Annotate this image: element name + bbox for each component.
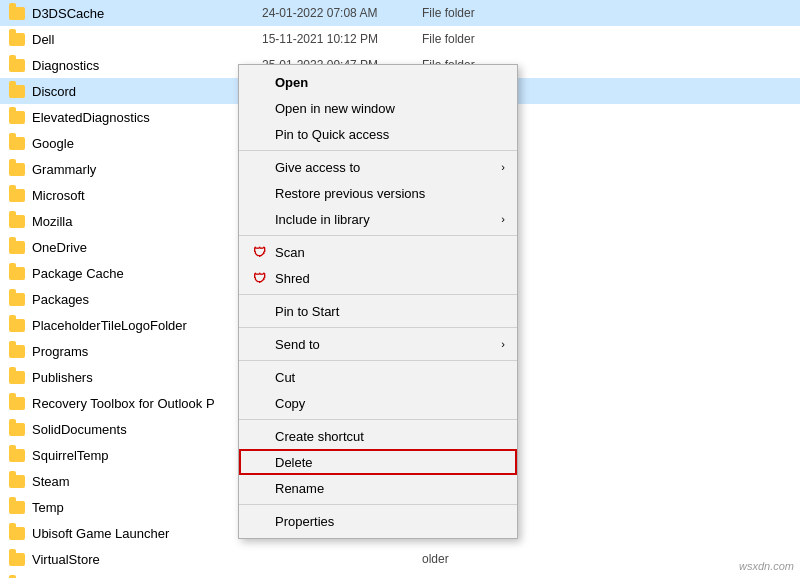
folder-icon xyxy=(8,524,26,542)
folder-icon xyxy=(8,212,26,230)
context-menu-item-cut[interactable]: Cut xyxy=(239,364,517,390)
file-name: PlaceholderTileLogoFolder xyxy=(32,318,262,333)
context-menu-label: Scan xyxy=(275,245,305,260)
context-menu-item-pin-to-quick-access[interactable]: Pin to Quick access xyxy=(239,121,517,147)
context-menu-label: Copy xyxy=(275,396,305,411)
folder-icon xyxy=(8,264,26,282)
context-menu-item-scan[interactable]: 🛡Scan xyxy=(239,239,517,265)
context-menu-item-create-shortcut[interactable]: Create shortcut xyxy=(239,423,517,449)
context-menu-separator xyxy=(239,419,517,420)
context-menu-item-include-in-library[interactable]: Include in library› xyxy=(239,206,517,232)
context-menu-item-shred[interactable]: 🛡Shred xyxy=(239,265,517,291)
folder-icon xyxy=(8,108,26,126)
context-menu-label: Restore previous versions xyxy=(275,186,425,201)
table-row[interactable]: WhatsAppolder xyxy=(0,572,800,578)
file-name: Dell xyxy=(32,32,262,47)
file-name: OneDrive xyxy=(32,240,262,255)
context-menu-item-open[interactable]: Open xyxy=(239,69,517,95)
file-name: Mozilla xyxy=(32,214,262,229)
context-menu-label: Include in library xyxy=(275,212,370,227)
context-menu-label: Give access to xyxy=(275,160,360,175)
file-name: Package Cache xyxy=(32,266,262,281)
context-menu-label: Properties xyxy=(275,514,334,529)
folder-icon xyxy=(8,238,26,256)
folder-icon xyxy=(8,30,26,48)
file-date: 24-01-2022 07:08 AM xyxy=(262,6,422,20)
context-menu-item-rename[interactable]: Rename xyxy=(239,475,517,501)
file-name: Publishers xyxy=(32,370,262,385)
context-menu-item-copy[interactable]: Copy xyxy=(239,390,517,416)
folder-icon xyxy=(8,4,26,22)
context-menu-label: Cut xyxy=(275,370,295,385)
folder-icon xyxy=(8,446,26,464)
context-menu-item-give-access-to[interactable]: Give access to› xyxy=(239,154,517,180)
context-menu-item-pin-to-start[interactable]: Pin to Start xyxy=(239,298,517,324)
context-menu-label: Pin to Quick access xyxy=(275,127,389,142)
file-name: SquirrelTemp xyxy=(32,448,262,463)
folder-icon xyxy=(8,160,26,178)
file-type: File folder xyxy=(422,32,792,46)
submenu-arrow-icon: › xyxy=(501,213,505,225)
file-name: Ubisoft Game Launcher xyxy=(32,526,262,541)
file-type: older xyxy=(422,552,792,566)
table-row[interactable]: Dell15-11-2021 10:12 PMFile folder xyxy=(0,26,800,52)
file-name: Google xyxy=(32,136,262,151)
context-menu-separator xyxy=(239,150,517,151)
context-menu-label: Open xyxy=(275,75,308,90)
context-menu: OpenOpen in new windowPin to Quick acces… xyxy=(238,64,518,539)
folder-icon xyxy=(8,82,26,100)
file-name: Diagnostics xyxy=(32,58,262,73)
table-row[interactable]: D3DSCache24-01-2022 07:08 AMFile folder xyxy=(0,0,800,26)
context-menu-label: Delete xyxy=(275,455,313,470)
file-name: Steam xyxy=(32,474,262,489)
context-menu-label: Send to xyxy=(275,337,320,352)
file-type: File folder xyxy=(422,6,792,20)
folder-icon xyxy=(8,420,26,438)
context-menu-item-send-to[interactable]: Send to› xyxy=(239,331,517,357)
file-name: D3DSCache xyxy=(32,6,262,21)
file-name: SolidDocuments xyxy=(32,422,262,437)
folder-icon xyxy=(8,134,26,152)
context-menu-separator xyxy=(239,294,517,295)
submenu-arrow-icon: › xyxy=(501,161,505,173)
folder-icon xyxy=(8,550,26,568)
folder-icon xyxy=(8,342,26,360)
mcafee-icon: 🛡 xyxy=(249,271,269,286)
file-name: Microsoft xyxy=(32,188,262,203)
context-menu-item-open-in-new-window[interactable]: Open in new window xyxy=(239,95,517,121)
context-menu-label: Rename xyxy=(275,481,324,496)
file-date: 15-11-2021 10:12 PM xyxy=(262,32,422,46)
file-name: Recovery Toolbox for Outlook P xyxy=(32,396,262,411)
context-menu-item-properties[interactable]: Properties xyxy=(239,508,517,534)
context-menu-separator xyxy=(239,360,517,361)
context-menu-label: Open in new window xyxy=(275,101,395,116)
context-menu-label: Pin to Start xyxy=(275,304,339,319)
context-menu-item-delete[interactable]: Delete xyxy=(239,449,517,475)
context-menu-item-restore-previous-versions[interactable]: Restore previous versions xyxy=(239,180,517,206)
folder-icon xyxy=(8,472,26,490)
file-name: Grammarly xyxy=(32,162,262,177)
folder-icon xyxy=(8,316,26,334)
folder-icon xyxy=(8,186,26,204)
folder-icon xyxy=(8,368,26,386)
context-menu-label: Create shortcut xyxy=(275,429,364,444)
watermark: wsxdn.com xyxy=(739,560,794,572)
context-menu-separator xyxy=(239,235,517,236)
submenu-arrow-icon: › xyxy=(501,338,505,350)
mcafee-icon: 🛡 xyxy=(249,245,269,260)
folder-icon xyxy=(8,498,26,516)
file-name: Discord xyxy=(32,84,262,99)
file-name: ElevatedDiagnostics xyxy=(32,110,262,125)
context-menu-separator xyxy=(239,327,517,328)
context-menu-label: Shred xyxy=(275,271,310,286)
file-name: VirtualStore xyxy=(32,552,262,567)
folder-icon xyxy=(8,290,26,308)
folder-icon xyxy=(8,56,26,74)
table-row[interactable]: VirtualStoreolder xyxy=(0,546,800,572)
file-name: Packages xyxy=(32,292,262,307)
folder-icon xyxy=(8,394,26,412)
context-menu-separator xyxy=(239,504,517,505)
file-name: Temp xyxy=(32,500,262,515)
file-name: Programs xyxy=(32,344,262,359)
